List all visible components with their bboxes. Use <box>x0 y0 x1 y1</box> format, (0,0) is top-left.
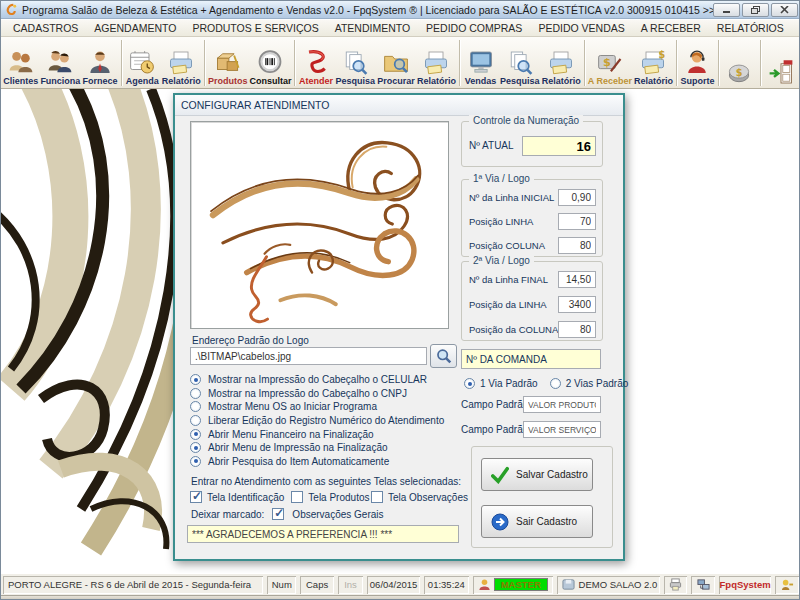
status-print[interactable] <box>664 576 688 594</box>
check-tela-produtos[interactable]: Tela Produtos <box>291 491 371 503</box>
toolbar-areceber-relatorio-button[interactable]: $ Relatório <box>633 39 674 87</box>
campo-padrao-servicos-input[interactable] <box>523 421 601 438</box>
status-key-user[interactable] <box>775 576 799 594</box>
toolbar-separator <box>676 40 677 86</box>
via2-group: 2ª Via / Logo Nº da Linha FINAL Posição … <box>461 261 603 341</box>
posicao-linha-input[interactable] <box>558 213 596 230</box>
toolbar-atender-button[interactable]: Atender <box>297 39 334 87</box>
campo-padrao-produtos-row: Campo Padrão <box>461 396 603 414</box>
toolbar-exit-button[interactable] <box>763 39 800 87</box>
toolbar-vendas-pesquisa-button[interactable]: Pesquisa <box>499 39 541 87</box>
option-label: Abrir Menu de Impressão na Finalização <box>208 442 388 453</box>
checkbox-label: Tela Produtos <box>308 492 369 503</box>
option-menu-financeiro[interactable]: Abrir Menu Financeiro na Finalização <box>190 428 444 440</box>
toolbar-vendas-relatorio-button[interactable]: Relatório <box>541 39 582 87</box>
search-doc-icon <box>341 49 369 76</box>
option-mostrar-cnpj[interactable]: Mostrar na Impressão do Cabeçalho o CNPJ <box>190 388 444 400</box>
radio-icon <box>190 415 201 426</box>
checkbox-icon[interactable] <box>272 508 284 520</box>
clients-icon <box>7 49 35 76</box>
menu-relatorios[interactable]: RELATÓRIOS <box>709 21 792 35</box>
option-mostrar-celular[interactable]: Mostrar na Impressão do Cabeçalho o CELU… <box>190 374 444 386</box>
toolbar-funcionarios-button[interactable]: Funciona <box>39 39 81 87</box>
field-row: Posição da LINHA <box>462 296 602 314</box>
radio-1-via-padrao[interactable]: 1 Via Padrão <box>464 378 538 389</box>
toolbar-procurar-button[interactable]: Procurar <box>376 39 416 87</box>
radio-2-vias-padrao[interactable]: 2 Vias Padrão <box>550 378 629 389</box>
calendar-icon <box>128 49 156 76</box>
option-pesquisa-item[interactable]: Abrir Pesquisa do Item Automaticamente <box>190 456 444 468</box>
logo-path-label: Endereço Padrão do Logo <box>192 335 309 346</box>
check-tela-observacoes[interactable]: Tela Observações <box>371 491 468 503</box>
toolbar-clientes-button[interactable]: Clientes <box>2 39 39 87</box>
sair-cadastro-button[interactable]: Sair Cadastro <box>481 505 593 538</box>
toolbar-atendimento-relatorio-button[interactable]: Relatório <box>416 39 457 87</box>
checkbox-icon <box>371 491 383 503</box>
window-bottom-edge <box>1 595 800 600</box>
toolbar-consultar-button[interactable]: Consultar <box>248 39 292 87</box>
numero-comanda-input[interactable] <box>461 349 601 369</box>
posicao-coluna-input[interactable] <box>558 237 596 254</box>
radio-icon <box>190 401 201 412</box>
employees-icon <box>46 49 74 76</box>
toolbar-produtos-button[interactable]: Produtos <box>207 39 249 87</box>
logo-browse-button[interactable] <box>430 344 457 368</box>
menu-produtos-servicos[interactable]: PRODUTOS E SERVIÇOS <box>184 21 326 35</box>
field-label: Posição LINHA <box>469 216 533 227</box>
salvar-cadastro-button[interactable]: Salvar Cadastro <box>481 458 593 491</box>
printer-money-icon: $ <box>639 49 667 76</box>
menu-pedido-vendas[interactable]: PEDIDO VENDAS <box>530 21 632 35</box>
check-tela-identificacao[interactable]: Tela Identificação <box>190 491 291 503</box>
toolbar-suporte-button[interactable]: Suporte <box>679 39 716 87</box>
menubar: CADASTROS AGENDAMENTO PRODUTOS E SERVIÇO… <box>1 20 800 37</box>
toolbar-atendimento-pesquisa-button[interactable]: Pesquisa <box>334 39 376 87</box>
window-controls <box>713 3 798 17</box>
toolbar-fornecedores-button[interactable]: Fornece <box>81 39 118 87</box>
close-button[interactable] <box>771 3 798 17</box>
status-date: 06/04/2015 <box>367 576 420 594</box>
toolbar-label: Pesquisa <box>336 76 376 86</box>
toolbar-agenda-relatorio-button[interactable]: Relatório <box>161 39 202 87</box>
status-network[interactable] <box>691 576 715 594</box>
campo-padrao-produtos-input[interactable] <box>523 396 601 413</box>
restore-button[interactable] <box>742 3 769 17</box>
toolbar-separator <box>718 40 719 86</box>
check-icon <box>491 466 509 484</box>
magnifier-icon <box>435 348 452 365</box>
menu-pedido-compras[interactable]: PEDIDO COMPRAS <box>418 21 530 35</box>
menu-atendimento[interactable]: ATENDIMENTO <box>327 21 418 35</box>
radio-icon <box>190 374 201 385</box>
logo-path-input[interactable] <box>190 347 427 365</box>
toolbar-coin-button[interactable]: $ <box>721 39 758 87</box>
ribbon-icon <box>302 49 330 76</box>
toolbar-vendas-button[interactable]: Vendas <box>462 39 499 87</box>
minimize-button[interactable] <box>713 3 740 17</box>
menu-ferramentas[interactable]: FERRAMENTAS <box>792 21 800 35</box>
field-row: Nº da Linha FINAL <box>462 271 602 289</box>
linha-inicial-input[interactable] <box>558 189 596 206</box>
menu-cadastros[interactable]: CADASTROS <box>5 21 86 35</box>
status-database-name: DEMO SALAO 2.0 <box>579 579 658 590</box>
toolbar-separator <box>121 40 122 86</box>
numero-atual-input[interactable] <box>522 136 596 156</box>
posicao-da-coluna-input[interactable] <box>558 321 596 338</box>
status-location-text: PORTO ALEGRE - RS 6 de Abril de 2015 - S… <box>8 579 251 590</box>
toolbar-areceber-button[interactable]: $ A Receber <box>587 39 633 87</box>
statusbar: PORTO ALEGRE - RS 6 de Abril de 2015 - S… <box>1 573 800 595</box>
option-menu-os[interactable]: Mostrar Menu OS ao Iniciar Programa <box>190 401 444 413</box>
printer-icon <box>547 49 575 76</box>
linha-final-input[interactable] <box>558 271 596 288</box>
telas-checkboxes: Tela Identificação Tela Produtos Tela Ob… <box>190 491 468 503</box>
supplier-icon <box>86 49 114 76</box>
option-liberar-edicao[interactable]: Liberar Edição do Registro Numérico do A… <box>190 415 444 427</box>
toolbar-agenda-button[interactable]: Agenda <box>124 39 161 87</box>
option-menu-impressao[interactable]: Abrir Menu de Impressão na Finalização <box>190 442 444 454</box>
mensagem-preferencia-input[interactable] <box>187 525 459 543</box>
field-label: Posição da COLUNA <box>469 324 558 335</box>
field-row: Posição COLUNA <box>462 237 602 255</box>
field-label: Posição COLUNA <box>469 240 545 251</box>
menu-agendamento[interactable]: AGENDAMENTO <box>86 21 184 35</box>
menu-a-receber[interactable]: A RECEBER <box>633 21 709 35</box>
posicao-da-linha-input[interactable] <box>558 296 596 313</box>
option-label: Liberar Edição do Registro Numérico do A… <box>208 415 444 426</box>
